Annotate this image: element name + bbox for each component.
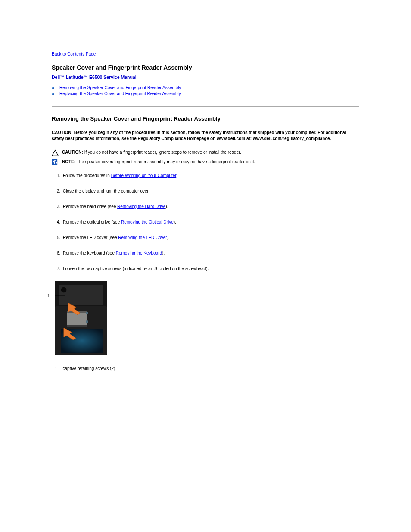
step-7: 7. Loosen the two captive screws (indica… xyxy=(52,266,359,272)
caution-body: If you do not have a fingerprint reader,… xyxy=(83,150,241,155)
step-4: 4. Remove the optical drive (see Removin… xyxy=(52,219,359,225)
step-2: 2. Close the display and turn the comput… xyxy=(52,188,359,194)
caution-secondary-text: CAUTION: If you do not have a fingerprin… xyxy=(62,149,241,156)
svg-point-15 xyxy=(86,312,88,314)
section-heading: Removing the Speaker Cover and Fingerpri… xyxy=(52,115,359,122)
callout-1-label: 1 xyxy=(47,293,50,298)
svg-point-14 xyxy=(61,287,66,292)
step-1: 1. Follow the procedures in Before Worki… xyxy=(52,173,359,179)
link-optical-drive[interactable]: Removing the Optical Drive xyxy=(121,220,174,224)
note-icon xyxy=(52,159,62,166)
step-5: 5. Remove the LED cover (see Removing th… xyxy=(52,235,359,241)
legend-table: 1 captive retaining screws (2) xyxy=(52,365,118,372)
svg-rect-8 xyxy=(67,325,87,327)
link-led-cover[interactable]: Removing the LED Cover xyxy=(118,235,167,240)
manual-subtitle: Dell™ Latitude™ E6500 Service Manual xyxy=(52,75,359,80)
caution-main: CAUTION: Before you begin any of the pro… xyxy=(52,130,359,142)
legend-text: captive retaining screws (2) xyxy=(60,365,118,372)
page-title: Speaker Cover and Fingerprint Reader Ass… xyxy=(52,64,359,71)
link-before-working[interactable]: Before Working on Your Computer xyxy=(111,173,177,178)
note-body: The speaker cover/fingerprint reader ass… xyxy=(75,159,255,164)
step-3: 3. Remove the hard drive (see Removing t… xyxy=(52,204,359,210)
link-keyboard[interactable]: Removing the Keyboard xyxy=(116,251,162,255)
svg-marker-0 xyxy=(52,150,58,156)
caution-label: CAUTION: xyxy=(62,150,83,155)
caution-icon xyxy=(52,149,62,157)
link-hard-drive[interactable]: Removing the Hard Drive xyxy=(117,204,165,209)
legend-num: 1 xyxy=(52,365,60,372)
svg-point-16 xyxy=(86,320,88,323)
bullet-icon xyxy=(52,87,54,89)
divider xyxy=(52,106,359,107)
bullet-icon xyxy=(52,93,54,95)
toc-link-remove[interactable]: Removing the Speaker Cover and Fingerpri… xyxy=(59,85,181,91)
note-label: NOTE: xyxy=(62,159,75,164)
back-to-contents-link[interactable]: Back to Contents Page xyxy=(52,52,96,56)
assembly-photo: 1 xyxy=(55,281,118,355)
toc-link-replace[interactable]: Replacing the Speaker Cover and Fingerpr… xyxy=(59,91,181,97)
step-6: 6. Remove the keyboard (see Removing the… xyxy=(52,250,359,256)
note-text: NOTE: The speaker cover/fingerprint read… xyxy=(62,159,255,165)
